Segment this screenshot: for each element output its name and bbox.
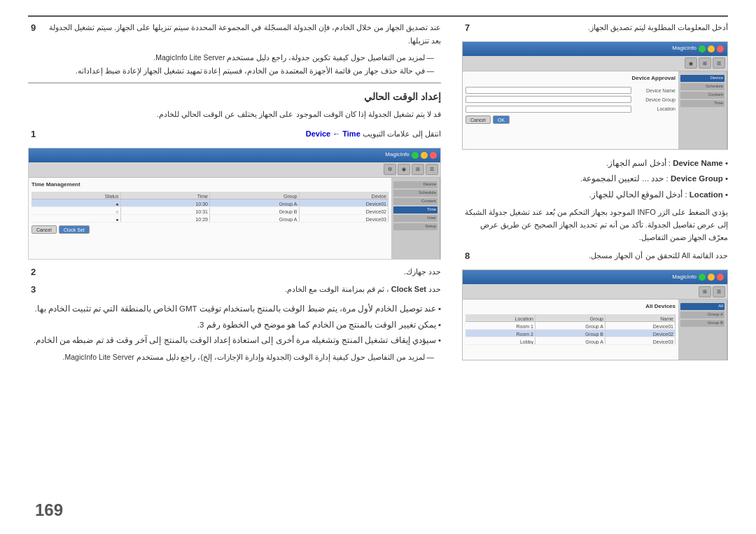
sidebar-time-item: Time [680,100,724,107]
all-table-header: Name Group Location [465,314,676,322]
ui-title-3: MagicInfo [672,273,696,282]
approve-btn[interactable]: OK [493,115,510,124]
ui-table-header-1: Device Group Time Status [31,192,388,199]
step-7: 7 أدخل المعلومات المطلوبة ليتم تصديق الج… [462,21,728,36]
approve-title: Device Approval [465,74,676,83]
sidebar-item-4-time: Time [393,206,438,213]
toolbar-btn-2-2[interactable]: ⊞ [699,57,711,69]
col-device: Device [300,192,389,199]
clock-set-btn[interactable]: Clock Set [59,225,90,234]
form-row-group: Device Group [465,96,676,104]
ui-title-1: MagicInfo [385,150,410,160]
magicinfo-ui-1: MagicInfo ☰ ⊞ ◉ ⚙ Device Schedule Conten… [29,148,440,259]
sidebar-group-a: Group A [680,311,724,318]
all-loc-2: Room 2 [465,330,536,337]
ui-main-title-1: Time Management [31,181,388,190]
sidebar-device-item: Device [680,75,724,82]
cancel-btn-1[interactable]: Cancel [31,225,57,234]
location-text: : أدخل الموقع الحالي للجهاز. [589,190,687,199]
ui-body-1: Device Schedule Content Time User Setup … [29,178,440,259]
label-device-name: Device Name [634,87,676,94]
max-btn [412,152,419,159]
form-row-name: Device Name [465,87,676,94]
section-divider [28,83,441,83]
table-row-1: Device01 Group A 10:30 ● [31,199,388,207]
ui-sidebar-3: All Group A Group B [678,300,727,360]
all-group-2: Group B [536,330,606,337]
all-loc-1: Room 1 [465,322,536,329]
toolbar-btn-1[interactable]: ☰ [426,164,438,175]
max-btn-2 [699,45,706,52]
ui-titlebar-2: MagicInfo [463,42,727,56]
cell-device-1: Device01 [300,199,389,206]
ui-titlebar-1: MagicInfo [29,148,440,162]
step-2-body: حدد جهازك. [43,265,441,279]
cell-status-3: ● [31,215,121,222]
cell-time-3: 10:29 [121,215,211,222]
screenshot-all-list: MagicInfo ☰ ⊞ All Group A Group B All De… [462,269,728,360]
step-8-number: 8 [462,249,472,264]
input-location[interactable] [465,106,631,113]
step-3-number: 3 [28,283,38,297]
cell-status-2: ○ [31,207,121,214]
step-9-body: عند تصديق الجهاز من خلال الخادم، فإن الج… [43,21,441,48]
cell-device-2: Device02 [300,207,389,214]
step7-bullet-list: Device Name : أدخل اسم الجهاز. Device Gr… [462,155,728,202]
step-1-number: 1 [28,127,38,142]
input-device-group[interactable] [465,96,631,103]
step-3: 3 حدد Clock Set ، ثم قم بمزامنة الوقت مع… [28,283,441,297]
section-title: إعداد الوقت الحالي [28,89,441,104]
sidebar-schedule-item: Schedule [680,83,724,90]
close-btn-2 [717,45,724,52]
toolbar-btn-3-1[interactable]: ☰ [713,286,725,297]
toolbar-btn-2-3[interactable]: ◉ [685,57,697,69]
sidebar-item-1: Device [393,181,438,188]
cell-device-3: Device03 [300,215,389,222]
toolbar-btn-2-1[interactable]: ☰ [713,57,725,69]
step-3-prefix: حدد [428,285,441,293]
all-col-location: Location [465,314,536,321]
cell-group-3: Group A [210,215,300,222]
all-group-3: Group A [536,337,606,344]
ui-button-row-1: Clock Set Cancel [31,225,388,234]
step-3-bold: Clock Set [391,285,426,293]
col-status: Status [31,192,121,199]
col-group: Group [210,192,300,199]
toolbar-btn-3-2[interactable]: ⊞ [699,286,711,297]
step-9-text: عند تصديق الجهاز من خلال الخادم، فإن الج… [43,21,441,48]
toolbar-btn-3[interactable]: ◉ [398,164,410,175]
all-group-1: Group A [536,322,606,329]
all-name-1: Device01 [606,322,676,329]
left-column: 9 عند تصديق الجهاز من خلال الخادم، فإن ا… [28,21,441,499]
screenshot-time-tab: MagicInfo ☰ ⊞ ◉ ⚙ Device Schedule Conten… [28,148,441,260]
clock-bullet-list: عند توصيل الخادم لأول مرة، يتم ضبط الوقت… [28,301,441,348]
ui-titlebar-3: MagicInfo [463,270,727,284]
step-3-suffix: ، ثم قم بمزامنة الوقت مع الخادم. [285,285,388,293]
toolbar-btn-4[interactable]: ⚙ [384,164,396,175]
step-7-body: أدخل المعلومات المطلوبة ليتم تصديق الجها… [477,21,728,34]
table-row-3: Device03 Group A 10:29 ● [31,215,388,223]
ui-toolbar-3: ☰ ⊞ [463,284,727,300]
close-btn [430,152,437,159]
sidebar-item-5: User [393,215,438,222]
label-location: Location [634,105,676,113]
location-label: Location [690,190,723,199]
ui-sidebar-1: Device Schedule Content Time User Setup [391,178,440,259]
sidebar-item-3: Content [393,198,438,205]
toolbar-btn-2[interactable]: ⊞ [412,164,424,175]
bullet-device-name: Device Name : أدخل اسم الجهاز. [462,155,728,171]
step-7-number: 7 [462,21,472,36]
bullet-item-2: يمكن تغيير الوقت بالمنتج من الخادم كما ه… [28,317,441,332]
step-2-number: 2 [28,265,38,280]
dash-note-3: لمزيد من التفاصيل حول كيفية إدارة الوقت … [28,351,441,363]
step-7-text: أدخل المعلومات المطلوبة ليتم تصديق الجها… [477,21,728,34]
all-name-2: Device02 [606,330,676,337]
cancel-btn-2[interactable]: Cancel [465,115,491,124]
step-8-body: حدد القائمة All للتحقق من أن الجهاز مسجل… [477,249,728,262]
step-1: 1 انتقل إلى علامات التبويب Device ← Time [28,127,441,142]
ui-main-1: Time Management Device Group Time Status… [29,178,391,259]
input-device-name[interactable] [465,87,631,94]
bullet-item-1: عند توصيل الخادم لأول مرة، يتم ضبط الوقت… [28,301,441,316]
sidebar-content-item: Content [680,92,724,99]
all-list-title: All Devices [465,302,676,311]
